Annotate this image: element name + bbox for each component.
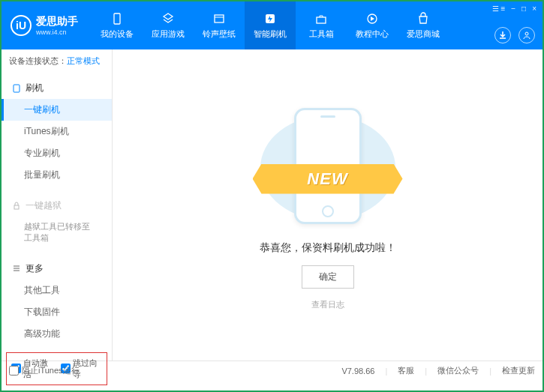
new-ribbon: NEW <box>253 164 403 194</box>
svg-rect-0 <box>114 13 120 24</box>
app-name: 爱思助手 <box>36 15 78 28</box>
status-label: 设备连接状态： <box>9 56 67 65</box>
sidebar-item-flash-3[interactable]: 批量刷机 <box>2 164 112 186</box>
jailbreak-title: 一键越狱 <box>26 199 62 212</box>
block-itunes-checkbox[interactable]: 阻止iTunes运行 <box>9 365 80 376</box>
sidebar-more-header[interactable]: 更多 <box>2 258 112 280</box>
app-url: www.i4.cn <box>36 28 78 36</box>
svg-rect-3 <box>317 17 326 23</box>
window-controls: ☰ ≡ − □ × <box>492 4 536 13</box>
nav-toolbox[interactable]: 工具箱 <box>296 1 347 49</box>
phone-icon <box>12 84 21 93</box>
tutorial-icon <box>365 12 379 25</box>
flash-icon <box>263 12 277 25</box>
svg-point-5 <box>525 32 528 35</box>
top-nav: 我的设备应用游戏铃声壁纸智能刷机工具箱教程中心爱思商城 <box>92 1 533 49</box>
minimize-icon[interactable]: − <box>511 4 515 13</box>
nav-label: 应用游戏 <box>152 28 185 40</box>
success-illustration: NEW <box>253 100 403 228</box>
version-label: V7.98.66 <box>341 367 374 376</box>
nav-label: 我的设备 <box>101 28 134 40</box>
nav-shop[interactable]: 爱思商城 <box>398 1 449 49</box>
sidebar-item-more-2[interactable]: 高级功能 <box>2 323 112 345</box>
nav-apps[interactable]: 应用游戏 <box>143 1 194 49</box>
media-icon <box>212 12 226 25</box>
app-header: iU 爱思助手 www.i4.cn 我的设备应用游戏铃声壁纸智能刷机工具箱教程中… <box>2 1 542 49</box>
view-log-link[interactable]: 查看日志 <box>311 299 344 310</box>
nav-tutorial[interactable]: 教程中心 <box>347 1 398 49</box>
sidebar: 设备连接状态：正常模式 刷机 一键刷机iTunes刷机专业刷机批量刷机 一键越狱… <box>2 49 113 361</box>
service-link[interactable]: 客服 <box>398 365 414 376</box>
success-message: 恭喜您，保资料刷机成功啦！ <box>260 241 396 255</box>
more-title: 更多 <box>26 262 44 275</box>
lock-icon <box>12 202 21 211</box>
nav-label: 工具箱 <box>309 28 334 40</box>
nav-flash[interactable]: 智能刷机 <box>245 1 296 49</box>
user-icon[interactable] <box>518 27 535 43</box>
wechat-link[interactable]: 微信公众号 <box>437 365 479 376</box>
logo-icon: iU <box>11 15 32 36</box>
phone-icon <box>110 12 124 25</box>
flash-title: 刷机 <box>26 82 44 94</box>
sidebar-item-more-1[interactable]: 下载固件 <box>2 301 112 323</box>
toolbox-icon <box>314 12 328 25</box>
jailbreak-note: 越狱工具已转移至 工具箱 <box>2 217 112 249</box>
sidebar-flash-header[interactable]: 刷机 <box>2 77 112 99</box>
nav-phone[interactable]: 我的设备 <box>92 1 143 49</box>
close-icon[interactable]: × <box>532 4 536 13</box>
sidebar-jailbreak-header: 一键越狱 <box>2 195 112 217</box>
device-info[interactable]: iPhone 12 mini 64GB Down-12mini-13,1 <box>2 388 112 392</box>
apps-icon <box>161 12 175 25</box>
ok-button[interactable]: 确定 <box>302 265 354 289</box>
status-value: 正常模式 <box>67 56 100 65</box>
sidebar-item-more-0[interactable]: 其他工具 <box>2 280 112 301</box>
maximize-icon[interactable]: □ <box>521 4 526 13</box>
sidebar-item-flash-0[interactable]: 一键刷机 <box>2 99 112 121</box>
check-update-link[interactable]: 检查更新 <box>502 365 535 376</box>
svg-rect-6 <box>14 85 20 92</box>
list-icon <box>12 264 21 273</box>
svg-rect-1 <box>215 15 224 22</box>
logo: iU 爱思助手 www.i4.cn <box>11 15 92 36</box>
nav-label: 爱思商城 <box>407 28 440 40</box>
sidebar-item-flash-1[interactable]: iTunes刷机 <box>2 121 112 142</box>
menu-icon[interactable]: ☰ ≡ <box>492 4 506 13</box>
download-icon[interactable] <box>494 27 511 43</box>
main-content: NEW 恭喜您，保资料刷机成功啦！ 确定 查看日志 <box>113 49 542 361</box>
nav-media[interactable]: 铃声壁纸 <box>194 1 245 49</box>
svg-rect-7 <box>14 205 19 209</box>
shop-icon <box>416 12 430 25</box>
sidebar-item-flash-2[interactable]: 专业刷机 <box>2 142 112 164</box>
nav-label: 智能刷机 <box>254 28 287 40</box>
block-itunes-label: 阻止iTunes运行 <box>22 365 80 376</box>
nav-label: 教程中心 <box>356 28 389 40</box>
nav-label: 铃声壁纸 <box>203 28 236 40</box>
connection-status: 设备连接状态：正常模式 <box>2 49 112 73</box>
